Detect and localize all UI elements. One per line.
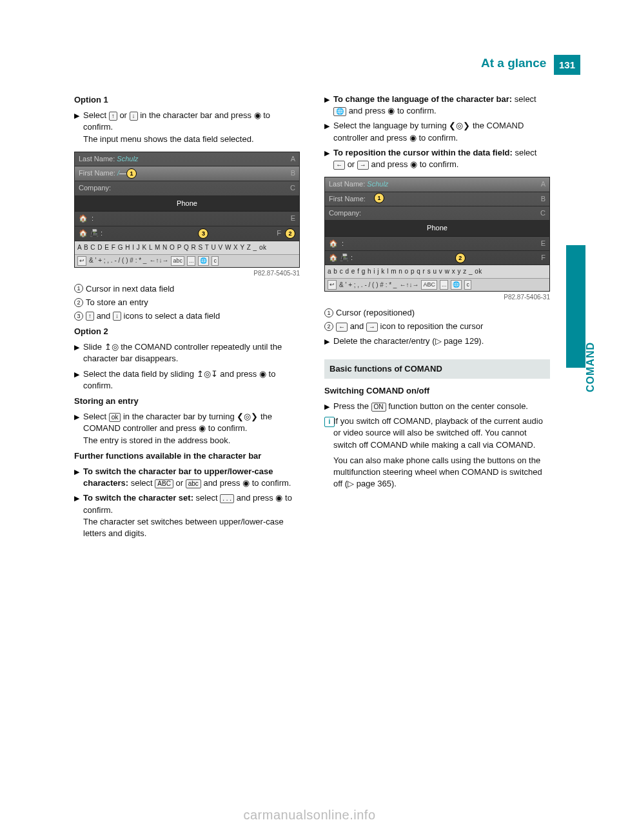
storing-title: Storing an entry xyxy=(74,395,300,407)
press-icon: ◉ xyxy=(409,132,417,144)
arrow-up-icon: ↑ xyxy=(86,312,94,321)
option1-title: Option 1 xyxy=(74,94,300,106)
press-icon: ◉ xyxy=(410,159,417,170)
further-title: Further functions available in the chara… xyxy=(74,450,300,462)
press-icon: ◉ xyxy=(259,368,266,380)
callout-2: 2 xyxy=(285,228,295,239)
side-label: COMAND xyxy=(584,342,598,392)
turn-icon: ❮◎❯ xyxy=(449,120,470,132)
on-button-icon: ON xyxy=(371,403,386,412)
slide-up-icon: ↥◎ xyxy=(104,341,119,353)
press-icon: ◉ xyxy=(254,110,261,121)
callout-1: 1 xyxy=(126,168,137,179)
option2-title: Option 2 xyxy=(74,326,300,337)
turn-icon: ❮◎❯ xyxy=(237,411,258,423)
arrow-left-icon: ← xyxy=(336,323,348,332)
left-column: Option 1 ▶ Select ↑ or ↓ in the characte… xyxy=(74,90,300,543)
side-tab xyxy=(566,245,585,368)
figure-2: Last Name: Schulz A First Name: 1 B Comp… xyxy=(324,177,550,292)
arrow-right-icon: → xyxy=(366,323,378,332)
figure-2-caption: P82.87-5406-31 xyxy=(324,293,550,302)
press-icon: ◉ xyxy=(242,477,250,489)
triangle-ref-icon: ▷ xyxy=(435,335,442,347)
arrow-down-icon: ↓ xyxy=(113,312,121,321)
callout-1: 1 xyxy=(374,193,384,203)
header-title: At a glance xyxy=(481,56,546,70)
page-number: 131 xyxy=(554,55,580,75)
callout-3: 3 xyxy=(198,228,208,239)
figure-1-caption: P82.87-5405-31 xyxy=(74,269,300,278)
abc-icon: abc xyxy=(186,479,201,488)
arrow-down-icon: ↓ xyxy=(130,112,138,121)
ok-icon: ok xyxy=(109,413,121,422)
right-column: ▶ To change the language of the characte… xyxy=(324,90,550,543)
switching-title: Switching COMAND on/off xyxy=(324,385,550,397)
arrow-right-icon: → xyxy=(357,161,369,170)
footer-watermark: carmanualsonline.info xyxy=(0,806,619,824)
triangle-ref-icon: ▷ xyxy=(348,478,354,490)
globe-icon: 🌐 xyxy=(333,107,346,116)
option1-step1: Select ↑ or ↓ in the character bar and p… xyxy=(83,110,300,145)
arrow-left-icon: ← xyxy=(333,161,345,170)
callout-2: 2 xyxy=(455,253,466,263)
dots-icon: . . . xyxy=(220,494,234,503)
section-heading: Basic functions of COMAND xyxy=(324,359,550,379)
press-icon: ◉ xyxy=(199,423,206,434)
ABC-icon: ABC xyxy=(155,479,173,488)
bullet-arrow: ▶ xyxy=(74,110,83,121)
slide-vert-icon: ↥◎↧ xyxy=(197,368,218,380)
figure-1: Last Name: Schulz A First Name: /—1 B Co… xyxy=(74,152,300,268)
press-icon: ◉ xyxy=(275,492,282,504)
press-icon: ◉ xyxy=(388,105,395,117)
arrow-up-icon: ↑ xyxy=(109,112,117,121)
